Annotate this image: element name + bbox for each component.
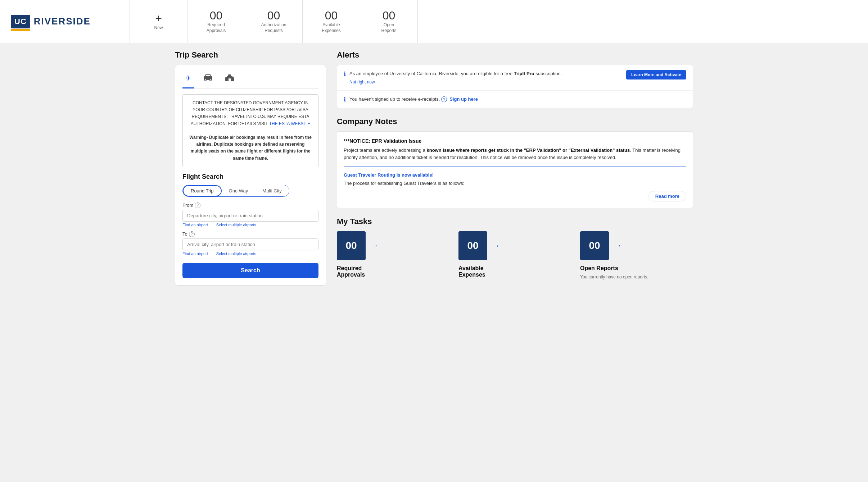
to-input[interactable] — [182, 238, 318, 250]
company-notes-section: Company Notes ***NOTICE: EPR Validation … — [337, 117, 693, 208]
open-reports-task-label: Open Reports — [580, 265, 618, 272]
task-top-required-approvals: 00 → — [337, 231, 379, 260]
flight-tab[interactable]: ✈ — [182, 72, 194, 85]
required-approvals-badge: 00 — [337, 231, 366, 260]
task-card-open-reports: 00 → Open Reports You currently have no … — [580, 231, 693, 279]
available-expenses-arrow[interactable]: → — [492, 241, 500, 250]
round-trip-button[interactable]: Round Trip — [183, 185, 222, 196]
not-right-now-link[interactable]: Not right now — [349, 79, 623, 85]
available-expenses-label: AvailableExpenses — [322, 22, 341, 33]
tripit-alert-text: As an employee of University of Californ… — [349, 70, 623, 85]
svg-rect-5 — [228, 74, 231, 76]
transport-tabs: ✈ — [182, 72, 318, 88]
tripit-strong: TripIt Pro — [514, 71, 534, 76]
from-label: From ? — [182, 203, 318, 208]
nav-item-required-approvals[interactable]: 00 RequiredApprovals — [187, 0, 245, 43]
learn-more-activate-button[interactable]: Learn More and Activate — [626, 70, 686, 79]
open-reports-number: 00 — [383, 9, 395, 22]
esta-link[interactable]: THE ESTA WEBSITE — [269, 121, 310, 126]
find-airport-link-from[interactable]: Find an airport — [182, 223, 208, 227]
svg-point-1 — [205, 79, 207, 81]
notice-body: Project teams are actively addressing a … — [344, 147, 686, 162]
logo-area: UC RIVERSIDE — [0, 0, 130, 43]
header-nav: + New 00 RequiredApprovals 00 Authorizat… — [130, 0, 868, 43]
main-content: Trip Search ✈ — [164, 43, 704, 293]
to-input-links: Find an airport | Select multiple airpor… — [182, 251, 318, 256]
ereceipt-info-icon: ℹ — [344, 96, 346, 103]
logo-box: UC RIVERSIDE — [11, 15, 91, 28]
open-reports-badge: 00 — [580, 231, 609, 260]
to-label: To ? — [182, 231, 318, 237]
task-top-available-expenses: 00 → — [458, 231, 500, 260]
select-multiple-airports-link-to[interactable]: Select multiple airports — [216, 251, 256, 256]
nav-item-authorization-requests[interactable]: 00 AuthorizationRequests — [245, 0, 303, 43]
company-notes-title: Company Notes — [337, 117, 693, 126]
required-approvals-task-label: RequiredApprovals — [337, 265, 365, 278]
plus-icon: + — [155, 12, 162, 25]
car-tab[interactable] — [200, 72, 216, 85]
header: UC RIVERSIDE + New 00 RequiredApprovals … — [0, 0, 868, 43]
one-way-button[interactable]: One Way — [222, 185, 256, 196]
uc-logo-badge: UC — [11, 15, 30, 28]
hotel-tab[interactable] — [222, 72, 238, 85]
read-more-button[interactable]: Read more — [648, 191, 686, 201]
ereceipt-help-icon[interactable]: ? — [441, 96, 447, 102]
authorization-requests-label: AuthorizationRequests — [261, 22, 286, 33]
available-expenses-task-label: AvailableExpenses — [458, 265, 485, 278]
read-more-row: Read more — [344, 191, 686, 201]
available-expenses-badge: 00 — [458, 231, 487, 260]
to-help-icon[interactable]: ? — [189, 231, 195, 237]
left-panel: Trip Search ✈ — [175, 50, 326, 286]
duplicate-booking-warning: Warning- Duplicate air bookings may resu… — [189, 135, 312, 161]
riverside-logo-text: RIVERSIDE — [34, 16, 91, 27]
alerts-title: Alerts — [337, 50, 693, 60]
task-card-available-expenses: 00 → AvailableExpenses — [458, 231, 571, 279]
tripit-info-icon: ℹ — [344, 71, 346, 77]
task-card-required-approvals: 00 → RequiredApprovals — [337, 231, 450, 279]
notes-divider — [344, 167, 686, 167]
svg-point-2 — [210, 79, 212, 81]
alerts-section: Alerts ℹ As an employee of University of… — [337, 50, 693, 108]
find-airport-link-to[interactable]: Find an airport — [182, 251, 208, 256]
from-help-icon[interactable]: ? — [195, 203, 200, 208]
my-tasks-section: My Tasks 00 → RequiredApprovals 00 → — [337, 217, 693, 279]
nav-item-new[interactable]: + New — [130, 0, 187, 43]
ereceipt-alert-item: ℹ You haven't signed up to receive e-rec… — [337, 91, 693, 108]
authorization-requests-number: 00 — [267, 9, 280, 22]
open-reports-arrow[interactable]: → — [614, 241, 622, 250]
sign-up-link[interactable]: Sign up here — [449, 96, 478, 102]
svg-rect-4 — [227, 76, 232, 77]
task-top-open-reports: 00 → — [580, 231, 622, 260]
from-input[interactable] — [182, 210, 318, 222]
open-reports-label: OpenReports — [381, 22, 396, 33]
from-input-links: Find an airport | Select multiple airpor… — [182, 223, 318, 227]
required-approvals-arrow[interactable]: → — [371, 241, 379, 250]
guest-routing-section: Guest Traveler Routing is now available!… — [344, 172, 686, 187]
from-form-group: From ? Find an airport | Select multiple… — [182, 203, 318, 227]
ereceipt-alert-text: You haven't signed up to receive e-recei… — [349, 96, 686, 103]
multi-city-button[interactable]: Multi City — [255, 185, 289, 196]
guest-routing-body: The process for establishing Guest Trave… — [344, 180, 686, 187]
trip-type-buttons: Round Trip One Way Multi City — [182, 185, 289, 197]
alerts-box: ℹ As an employee of University of Califo… — [337, 65, 693, 108]
to-form-group: To ? Find an airport | Select multiple a… — [182, 231, 318, 256]
nav-new-label: New — [154, 25, 163, 31]
nav-item-open-reports[interactable]: 00 OpenReports — [360, 0, 418, 43]
right-panel: Alerts ℹ As an employee of University of… — [337, 50, 693, 286]
trip-search-title: Trip Search — [175, 50, 326, 60]
visa-notice: CONTACT THE DESIGNATED GOVERNMENT AGENCY… — [182, 94, 318, 167]
svg-rect-6 — [229, 78, 231, 81]
tripit-alert-item: ℹ As an employee of University of Califo… — [337, 65, 693, 91]
notice-title: ***NOTICE: EPR Validation Issue — [344, 138, 686, 144]
notes-box: ***NOTICE: EPR Validation Issue Project … — [337, 131, 693, 208]
search-button[interactable]: Search — [182, 263, 318, 278]
search-card: ✈ — [175, 65, 326, 286]
select-multiple-airports-link-from[interactable]: Select multiple airports — [216, 223, 256, 227]
guest-routing-link[interactable]: Guest Traveler Routing is now available! — [344, 172, 434, 178]
flight-search-title: Flight Search — [182, 173, 318, 181]
my-tasks-title: My Tasks — [337, 217, 693, 226]
required-approvals-number: 00 — [210, 9, 223, 22]
available-expenses-number: 00 — [325, 9, 338, 22]
required-approvals-label: RequiredApprovals — [207, 22, 226, 33]
nav-item-available-expenses[interactable]: 00 AvailableExpenses — [303, 0, 360, 43]
